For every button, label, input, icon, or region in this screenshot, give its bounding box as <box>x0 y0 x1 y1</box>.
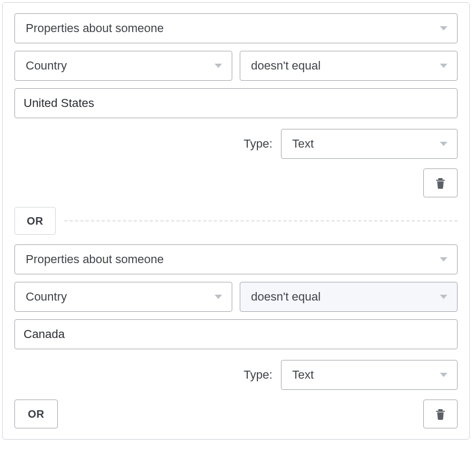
category-value: Properties about someone <box>26 21 164 35</box>
trash-icon <box>435 408 446 420</box>
or-button[interactable]: OR <box>14 400 58 428</box>
filter-panel: Properties about someone Country doesn't… <box>2 2 470 440</box>
or-button-label: OR <box>28 408 44 420</box>
value-input[interactable] <box>14 319 458 349</box>
type-select[interactable]: Text <box>281 360 458 390</box>
operator-value: doesn't equal <box>251 59 321 73</box>
category-select[interactable]: Properties about someone <box>14 13 458 43</box>
type-value: Text <box>292 368 314 382</box>
chevron-down-icon <box>440 64 447 68</box>
property-select[interactable]: Country <box>14 282 232 312</box>
or-divider: OR <box>14 207 458 235</box>
type-label: Type: <box>243 137 272 151</box>
chevron-down-icon <box>440 373 447 377</box>
category-select[interactable]: Properties about someone <box>14 244 458 274</box>
chevron-down-icon <box>215 295 222 299</box>
category-value: Properties about someone <box>26 252 164 266</box>
chevron-down-icon <box>440 26 447 30</box>
chevron-down-icon <box>440 257 447 262</box>
trash-icon <box>435 177 446 189</box>
chevron-down-icon <box>215 64 222 68</box>
operator-value: doesn't equal <box>251 290 321 304</box>
type-select[interactable]: Text <box>281 129 458 159</box>
property-select[interactable]: Country <box>14 51 232 81</box>
type-value: Text <box>292 137 314 151</box>
value-input[interactable] <box>14 88 458 118</box>
chevron-down-icon <box>440 142 447 146</box>
divider-line <box>64 220 458 221</box>
property-value: Country <box>26 59 67 73</box>
delete-button[interactable] <box>423 168 458 197</box>
delete-button[interactable] <box>423 400 458 428</box>
chevron-down-icon <box>440 295 447 299</box>
type-label: Type: <box>243 368 272 382</box>
or-label: OR <box>14 207 56 235</box>
operator-select[interactable]: doesn't equal <box>240 282 458 312</box>
operator-select[interactable]: doesn't equal <box>240 51 458 81</box>
property-value: Country <box>26 290 67 304</box>
